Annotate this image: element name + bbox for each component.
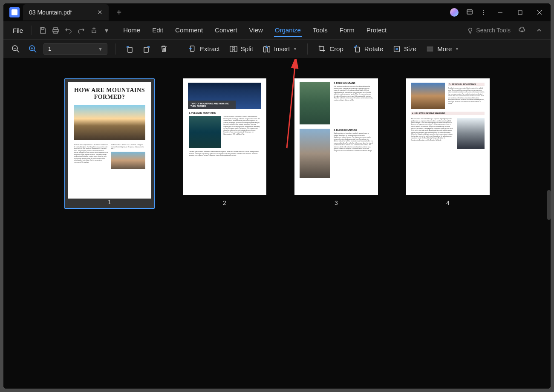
separator — [307, 43, 308, 55]
chevron-down-icon: ▼ — [293, 46, 297, 51]
undo-icon[interactable] — [63, 25, 74, 36]
size-button[interactable]: Size — [390, 43, 419, 55]
page-number-label: 2 — [223, 199, 226, 206]
rotate-left-button[interactable] — [123, 43, 136, 55]
page-preview: HOW ARE MOUNTAINS FORMED? Mountains are … — [68, 82, 151, 199]
window-mode-icon[interactable] — [466, 9, 473, 17]
page-image-small — [111, 152, 145, 169]
maximize-button[interactable] — [514, 7, 526, 17]
page-number-label: 3 — [335, 199, 338, 206]
more-button[interactable]: More ▼ — [423, 43, 462, 55]
share-icon[interactable] — [88, 25, 99, 36]
separator — [178, 43, 178, 55]
scrollbar[interactable] — [547, 190, 551, 220]
insert-button[interactable]: Insert ▼ — [260, 43, 300, 55]
redo-icon[interactable] — [75, 25, 87, 36]
section-row: 2. FOLD MOUNTAINS Fold mountains are for… — [294, 78, 378, 125]
close-button[interactable] — [534, 7, 545, 17]
tab-tools[interactable]: Tools — [312, 24, 329, 37]
svg-rect-25 — [355, 47, 359, 52]
tab-comment[interactable]: Comment — [174, 24, 204, 37]
cloud-sync-icon[interactable] — [516, 25, 528, 36]
crop-icon — [318, 45, 326, 53]
page-preview: TYPE OF MOUNTAINS AND HOW ARE THEY FORME… — [183, 78, 266, 195]
page-body: Volcanic mountains are formed as a resul… — [183, 115, 266, 149]
section-heading: 2. FOLD MOUNTAINS — [334, 82, 373, 84]
svg-rect-17 — [128, 47, 132, 52]
svg-rect-0 — [467, 10, 472, 14]
ribbon-tabs: Home Edit Comment Convert View Organize … — [122, 24, 387, 37]
zoom-in-button[interactable] — [26, 43, 39, 55]
rotate-icon — [353, 45, 361, 53]
delete-page-button[interactable] — [157, 43, 170, 55]
more-icon — [426, 45, 434, 53]
collapse-ribbon-icon[interactable] — [534, 25, 545, 36]
tab-edit[interactable]: Edit — [151, 24, 164, 37]
split-button[interactable]: Split — [227, 43, 256, 55]
page-preview: 2. FOLD MOUNTAINS Fold mountains are for… — [294, 78, 378, 195]
search-tools[interactable]: Search Tools — [467, 27, 511, 34]
new-tab-button[interactable]: + — [116, 8, 121, 17]
lightbulb-icon — [467, 27, 473, 34]
kebab-menu-icon[interactable]: ⋮ — [481, 9, 487, 16]
organize-toolbar: 1 ▼ Extract Split Insert ▼ Cro — [3, 39, 551, 58]
page-heading: HOW ARE MOUNTAINS FORMED? — [68, 82, 151, 103]
tab-organize[interactable]: Organize — [274, 24, 302, 37]
page-thumbnail-3[interactable]: 2. FOLD MOUNTAINS Fold mountains are for… — [294, 78, 378, 209]
section-row: 5. RESIDUAL MOUNTAINS Residual mountains… — [406, 78, 490, 110]
page-selector[interactable]: 1 ▼ — [43, 43, 107, 55]
size-icon — [392, 45, 401, 53]
section-row: Most mountains were formed through a seq… — [406, 118, 490, 150]
page-thumbnail-1[interactable]: HOW ARE MOUNTAINS FORMED? Mountains are … — [64, 78, 155, 209]
menubar-right: Search Tools — [467, 25, 545, 36]
page-image — [74, 105, 145, 140]
section-heading: 4. UPLIFTED PASSIVE MARGINS — [411, 112, 485, 115]
section-heading: 1. VOLCANIC MOUNTAINS — [183, 109, 266, 115]
chevron-down-icon: ▼ — [98, 46, 103, 52]
separator — [115, 43, 115, 55]
page-thumbnail-2[interactable]: TYPE OF MOUNTAINS AND HOW ARE THEY FORME… — [183, 78, 266, 209]
rotate-button[interactable]: Rotate — [350, 43, 386, 55]
crop-button[interactable]: Crop — [315, 43, 346, 55]
svg-rect-21 — [234, 46, 237, 52]
split-label: Split — [241, 45, 253, 52]
size-label: Size — [404, 45, 416, 52]
tab-home[interactable]: Home — [122, 24, 141, 37]
thumbnail-grid: HOW ARE MOUNTAINS FORMED? Mountains are … — [64, 78, 490, 209]
user-avatar[interactable] — [450, 8, 459, 17]
insert-label: Insert — [274, 45, 290, 52]
extract-button[interactable]: Extract — [186, 43, 222, 55]
titlebar: 03 Mountain.pdf ✕ + ⋮ — [3, 3, 551, 21]
tab-view[interactable]: View — [248, 24, 264, 37]
section-heading: 3. BLOCK MOUNTAINS — [334, 129, 373, 131]
svg-rect-3 — [518, 11, 522, 14]
save-icon[interactable] — [37, 25, 48, 36]
tab-convert[interactable]: Convert — [214, 24, 238, 37]
more-label: More — [437, 45, 452, 52]
crop-label: Crop — [329, 45, 343, 52]
svg-rect-20 — [230, 46, 233, 52]
dropdown-icon[interactable]: ▾ — [101, 25, 112, 36]
section-heading: 5. RESIDUAL MOUNTAINS — [448, 83, 485, 86]
rotate-right-button[interactable] — [140, 43, 153, 55]
page-preview: 5. RESIDUAL MOUNTAINS Residual mountains… — [406, 78, 490, 195]
page-thumbnail-4[interactable]: 5. RESIDUAL MOUNTAINS Residual mountains… — [406, 78, 490, 209]
document-tab[interactable]: 03 Mountain.pdf ✕ — [23, 4, 109, 20]
minimize-button[interactable] — [494, 7, 506, 17]
zoom-out-button[interactable] — [9, 43, 22, 55]
tab-close-icon[interactable]: ✕ — [97, 9, 103, 16]
page-image — [457, 118, 485, 149]
tab-protect[interactable]: Protect — [366, 24, 388, 37]
separator — [32, 26, 32, 35]
page-text: Mountains are usually formed as a result… — [68, 141, 151, 171]
page-number-label: 1 — [68, 199, 151, 205]
page-footer-text: The other type of volcanic mountain is f… — [183, 149, 266, 159]
search-placeholder: Search Tools — [476, 27, 511, 34]
overlay-title: TYPE OF MOUNTAINS AND HOW ARE THEY FORME… — [188, 101, 236, 109]
svg-line-11 — [17, 50, 19, 52]
page-thumbnails-area: HOW ARE MOUNTAINS FORMED? Mountains are … — [3, 58, 551, 389]
tab-form[interactable]: Form — [339, 24, 355, 37]
file-menu[interactable]: File — [9, 25, 26, 36]
page-number-label: 4 — [446, 199, 450, 206]
print-icon[interactable] — [50, 25, 61, 36]
